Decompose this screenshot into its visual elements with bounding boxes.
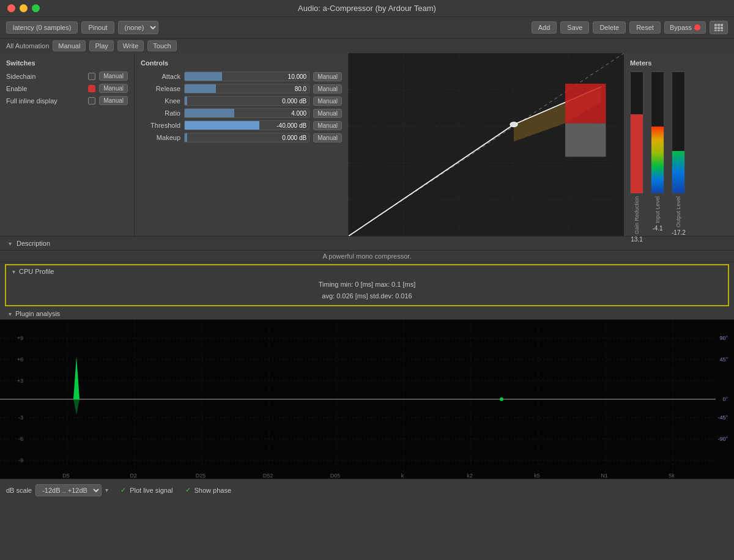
- inline-display-manual-btn[interactable]: Manual: [99, 96, 128, 105]
- plugin-analysis-arrow: ▾: [9, 311, 12, 317]
- attack-value: 10.000: [288, 73, 307, 80]
- add-button[interactable]: Add: [532, 21, 557, 34]
- enable-manual-btn[interactable]: Manual: [99, 84, 128, 93]
- traffic-lights: [7, 4, 40, 12]
- svg-text:-9: -9: [18, 457, 23, 463]
- cpu-profile-header: ▾ CPU Profile: [6, 265, 728, 278]
- release-manual-btn[interactable]: Manual: [313, 84, 342, 94]
- description-text-area: A powerful mono compressor.: [0, 251, 734, 262]
- svg-point-44: [500, 397, 503, 401]
- play-auto-button[interactable]: Play: [89, 40, 113, 51]
- svg-text:+9: +9: [17, 335, 23, 341]
- compressor-graph: [349, 53, 624, 236]
- freq-analysis[interactable]: D5 D2 D25 D52 D05 k k2 k5 N1 5k +9 +6 +3…: [0, 320, 734, 479]
- controls-panel: Controls Attack 10.000 Manual Release 80…: [135, 53, 349, 236]
- knee-slider[interactable]: 0.000 dB: [184, 96, 310, 106]
- svg-text:+3: +3: [17, 378, 23, 384]
- cpu-profile-label: CPU Profile: [19, 268, 54, 275]
- sidechain-checkbox[interactable]: [88, 73, 95, 80]
- svg-text:45°: 45°: [719, 356, 728, 363]
- bypass-label: Bypass: [670, 24, 692, 31]
- write-auto-button[interactable]: Write: [117, 40, 144, 51]
- main-toolbar: latency (0 samples) Pinout (none) Add Sa…: [0, 17, 734, 39]
- reset-button[interactable]: Reset: [629, 21, 661, 34]
- svg-text:N1: N1: [601, 473, 608, 479]
- inline-display-checkbox[interactable]: [88, 97, 95, 105]
- latency-button[interactable]: latency (0 samples): [6, 21, 78, 34]
- description-section: ▾ Description: [0, 237, 734, 251]
- switches-panel: Switches Sidechain Manual Enable Manual …: [0, 53, 135, 236]
- input-level-meter: Input Level -4.1: [651, 72, 664, 232]
- makeup-slider[interactable]: 0.000 dB: [184, 133, 310, 142]
- bottom-toolbar: dB scale -12dB .. +12dB ▾ ✓ Plot live si…: [0, 479, 734, 501]
- svg-rect-1: [717, 24, 720, 26]
- description-section-label: Description: [17, 240, 50, 247]
- delete-button[interactable]: Delete: [593, 21, 626, 34]
- knee-value: 0.000 dB: [282, 98, 306, 105]
- window-title: Audio: a-Compressor (by Ardour Team): [298, 4, 436, 13]
- settings-icon-button[interactable]: [710, 21, 728, 34]
- svg-text:-45°: -45°: [717, 414, 728, 421]
- knee-row: Knee 0.000 dB Manual: [141, 96, 342, 106]
- ratio-slider[interactable]: 4.000: [184, 108, 310, 118]
- attack-row: Attack 10.000 Manual: [141, 72, 342, 81]
- description-text: A powerful mono compressor.: [323, 252, 412, 260]
- db-scale-select[interactable]: -12dB .. +12dB: [35, 484, 102, 496]
- svg-rect-5: [721, 27, 723, 29]
- automation-row: All Automation Manual Play Write Touch: [0, 39, 734, 53]
- makeup-row: Makeup 0.000 dB Manual: [141, 133, 342, 142]
- attack-slider[interactable]: 10.000: [184, 72, 310, 81]
- enable-checkbox[interactable]: [88, 85, 95, 92]
- plugin-analysis-section: ▾ Plugin analysis: [0, 308, 734, 320]
- output-level-value: -17.2: [672, 229, 686, 236]
- svg-text:D5: D5: [62, 473, 70, 479]
- plugin-analysis-label: Plugin analysis: [15, 310, 60, 317]
- enable-row: Enable Manual: [6, 84, 128, 93]
- maximize-button[interactable]: [32, 4, 40, 12]
- svg-text:D2: D2: [130, 473, 137, 479]
- touch-auto-button[interactable]: Touch: [147, 40, 176, 51]
- bypass-led: [694, 24, 700, 31]
- release-row: Release 80.0 Manual: [141, 84, 342, 94]
- release-slider[interactable]: 80.0: [184, 84, 310, 94]
- sidechain-manual-btn[interactable]: Manual: [99, 72, 128, 81]
- svg-text:k2: k2: [467, 473, 473, 479]
- knee-manual-btn[interactable]: Manual: [313, 97, 342, 106]
- makeup-manual-btn[interactable]: Manual: [313, 133, 342, 142]
- manual-auto-button[interactable]: Manual: [53, 40, 86, 51]
- minimize-button[interactable]: [20, 4, 28, 12]
- inline-display-row: Full inline display Manual: [6, 96, 128, 105]
- show-phase-control[interactable]: ✓ Show phase: [185, 486, 232, 494]
- svg-rect-2: [721, 24, 723, 26]
- gain-reduction-meter: Gain Reduction 13.1: [630, 72, 643, 243]
- pinout-button[interactable]: Pinout: [81, 21, 114, 34]
- close-button[interactable]: [7, 4, 15, 12]
- input-level-value: -4.1: [652, 225, 662, 232]
- svg-text:k: k: [401, 473, 404, 479]
- svg-text:D52: D52: [263, 473, 273, 479]
- threshold-manual-btn[interactable]: Manual: [313, 121, 342, 130]
- enable-label: Enable: [6, 85, 84, 92]
- meters-panel: Meters Gain Reduction 13.1 Input Level -…: [624, 53, 734, 236]
- plot-live-signal-control[interactable]: ✓ Plot live signal: [120, 486, 172, 494]
- db-scale-label: dB scale: [6, 487, 32, 494]
- freq-analysis-svg: D5 D2 D25 D52 D05 k k2 k5 N1 5k +9 +6 +3…: [0, 320, 734, 479]
- svg-rect-21: [565, 84, 606, 123]
- bypass-button[interactable]: Bypass: [664, 21, 706, 34]
- description-arrow: ▾: [9, 240, 12, 247]
- preset-select-wrap: (none): [118, 21, 158, 34]
- preset-select[interactable]: (none): [118, 21, 158, 34]
- attack-label: Attack: [141, 73, 180, 80]
- svg-rect-0: [714, 24, 717, 26]
- ratio-manual-btn[interactable]: Manual: [313, 109, 342, 118]
- attack-manual-btn[interactable]: Manual: [313, 72, 342, 81]
- threshold-slider[interactable]: -40.000 dB: [184, 120, 310, 130]
- save-button[interactable]: Save: [560, 21, 589, 34]
- svg-text:+6: +6: [17, 356, 23, 363]
- compressor-svg: [349, 53, 624, 236]
- threshold-value: -40.000 dB: [276, 122, 306, 129]
- svg-rect-7: [717, 30, 720, 31]
- input-level-label: Input Level: [654, 196, 661, 223]
- svg-text:k5: k5: [534, 473, 540, 479]
- svg-text:-90°: -90°: [717, 436, 728, 442]
